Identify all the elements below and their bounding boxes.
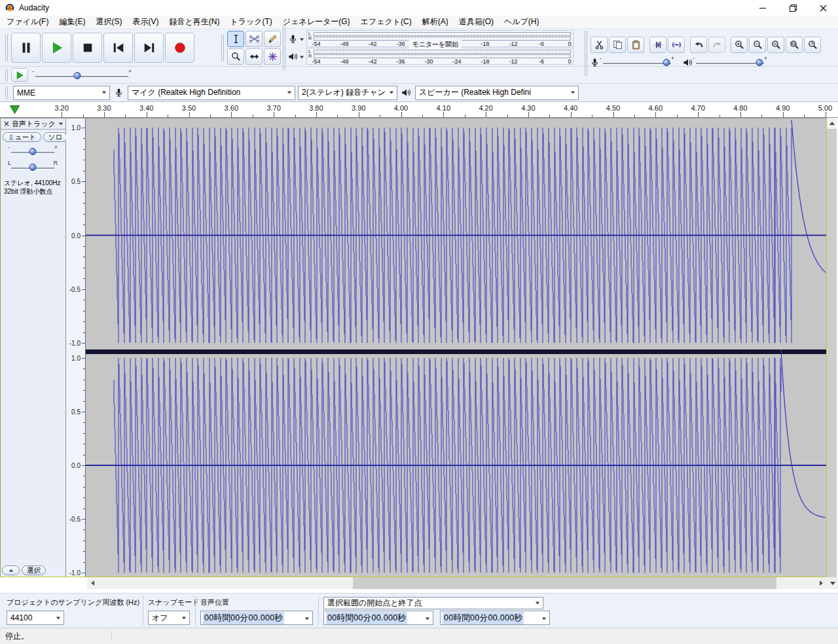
waveform-display[interactable] (86, 118, 826, 577)
scroll-up-button[interactable] (827, 118, 837, 129)
track-buttons: ミュート ソロ (1, 130, 65, 142)
snap-mode-select[interactable]: オフ (148, 611, 190, 625)
pan-slider[interactable]: LR (9, 160, 57, 173)
db-scale-label: -54 (312, 58, 320, 65)
play-at-speed-button[interactable] (11, 68, 28, 82)
playback-volume-slider[interactable]: -+ (693, 56, 767, 69)
menu-help[interactable]: ヘルプ(H) (499, 15, 545, 29)
recording-volume-slider-thumb[interactable] (663, 59, 670, 66)
scroll-right-button[interactable] (816, 577, 827, 589)
db-scale-label: -54 (312, 41, 320, 47)
menu-generate[interactable]: ジェネレーター(G) (278, 15, 355, 29)
mute-button[interactable]: ミュート (3, 132, 41, 142)
playback-meter[interactable]: LR-54-48-42-36-30-24-18-12-60 (282, 48, 574, 65)
toolbar-grip[interactable] (5, 86, 8, 99)
menu-effect[interactable]: エフェクト(C) (355, 15, 417, 29)
play-speed-slider-thumb[interactable] (74, 72, 81, 79)
minimize-button[interactable] (748, 0, 778, 16)
titlebar: Audacity (0, 0, 838, 16)
selection-range-mode-select[interactable]: 選択範囲の開始点と終了点 (323, 597, 543, 609)
vertical-scrollbar-thumb[interactable] (827, 129, 837, 577)
restore-button[interactable] (778, 0, 808, 16)
audio-position-label: 音声位置 (200, 598, 229, 607)
playback-meter-menu-arrow[interactable] (299, 52, 304, 61)
play-speed-slider[interactable]: -+ (33, 69, 131, 82)
amplitude-tick (82, 573, 85, 573)
audio-position-field[interactable]: 00時間00分00.000秒 (200, 611, 313, 625)
close-button[interactable] (808, 0, 838, 16)
timeline-tick-label: 4.20 (479, 104, 492, 112)
stop-button[interactable] (73, 33, 102, 63)
playback-meter-scale: -54-48-42-36-30-24-18-12-60 (316, 58, 570, 65)
record-button[interactable] (165, 33, 194, 63)
zoom-fit-button[interactable] (786, 37, 803, 53)
pan-slider-thumb[interactable] (29, 164, 37, 171)
zoom-selection-button[interactable] (767, 37, 784, 53)
audio-host-select[interactable]: MME (13, 86, 110, 100)
timeshift-icon (249, 52, 259, 62)
toolbar-grip[interactable] (221, 34, 224, 62)
scroll-down-button[interactable] (827, 577, 838, 589)
monitor-start-label[interactable]: モニターを開始 (409, 40, 462, 49)
timeline-major-tick (104, 112, 105, 117)
selection-start-field[interactable]: 00時間00分00.000秒 (323, 611, 433, 625)
track-menu-arrow[interactable] (59, 122, 63, 125)
toolbar-grip[interactable] (585, 48, 587, 76)
recording-volume-slider[interactable]: -+ (600, 56, 674, 69)
timeline-major-tick (147, 112, 147, 117)
selection-start-value: 00時間00分00.000秒 (326, 612, 407, 624)
selection-end-field[interactable]: 00時間00分00.000秒 (440, 611, 550, 625)
menu-tools[interactable]: 道具箱(O) (454, 15, 499, 29)
zoom-button[interactable] (227, 48, 244, 65)
horizontal-scrollbar-thumb[interactable] (353, 577, 776, 589)
project-rate-select[interactable]: 44100 (7, 611, 64, 625)
playback-device-select[interactable]: スピーカー (Realtek High Defini (415, 86, 579, 100)
menu-analyze[interactable]: 解析(A) (417, 15, 454, 29)
skip-end-button[interactable] (134, 33, 164, 63)
selection-button[interactable] (227, 31, 244, 47)
gain-slider-thumb[interactable] (29, 148, 37, 155)
scrollbar-spacer (0, 577, 87, 589)
draw-button[interactable] (264, 31, 281, 47)
db-scale-label: -36 (396, 41, 405, 47)
scroll-left-button[interactable] (87, 577, 98, 589)
solo-button[interactable]: ソロ (43, 132, 68, 142)
record-meter-body[interactable]: LR-54-48-42-36-30-24-18-12-60モニターを開始 (306, 30, 574, 47)
menu-edit[interactable]: 編集(E) (54, 15, 90, 29)
menu-view[interactable]: 表示(V) (127, 15, 164, 29)
collapse-track-button[interactable] (2, 565, 20, 575)
multi-button[interactable] (264, 48, 281, 65)
track-title[interactable]: 音声トラック (10, 119, 58, 129)
toolbar-grip[interactable] (5, 34, 8, 62)
menu-file[interactable]: ファイル(F) (1, 15, 54, 29)
toolbar-grip[interactable] (5, 69, 8, 82)
envelope-button[interactable] (246, 31, 263, 47)
pinned-play-head-icon[interactable] (9, 105, 20, 116)
timeline-ruler[interactable]: 3.203.303.403.503.603.703.803.904.004.10… (0, 102, 838, 118)
horizontal-scrollbar[interactable] (98, 577, 816, 589)
recording-device-select[interactable]: マイク (Realtek High Definition (128, 86, 295, 100)
amplitude-minor-tick (83, 541, 85, 541)
pause-button[interactable] (11, 33, 41, 63)
recording-channels-select[interactable]: 2(ステレオ) 録音チャンネル (298, 86, 397, 100)
recording-meter[interactable]: LR-54-48-42-36-30-24-18-12-60モニターを開始 (282, 30, 574, 47)
timeshift-button[interactable] (246, 48, 263, 65)
toolbar-grip[interactable] (283, 43, 285, 70)
menu-tracks[interactable]: トラック(T) (225, 15, 277, 29)
playback-volume-slider-thumb[interactable] (756, 59, 763, 66)
amplitude-label: 1.0 (71, 124, 81, 132)
track-select-button[interactable]: 選択 (22, 565, 46, 575)
play-button[interactable] (42, 33, 71, 63)
skip-start-button[interactable] (103, 33, 133, 63)
menu-transport[interactable]: 録音と再生(N) (164, 15, 225, 29)
db-scale-label: -6 (539, 58, 544, 65)
gain-slider[interactable]: -+ (9, 145, 57, 158)
menu-select[interactable]: 選択(S) (90, 15, 127, 29)
timeline-major-tick (189, 112, 190, 117)
zoom-toggle-button[interactable] (804, 37, 821, 53)
playback-meter-body[interactable]: LR-54-48-42-36-30-24-18-12-60 (306, 48, 574, 65)
record-meter-menu-arrow[interactable] (299, 34, 304, 43)
vertical-ruler[interactable]: 1.00.50.0-0.5-1.01.00.50.0-0.5-1.0 (66, 118, 86, 577)
vertical-scrollbar[interactable] (827, 118, 837, 577)
track-close-button[interactable] (3, 121, 10, 126)
